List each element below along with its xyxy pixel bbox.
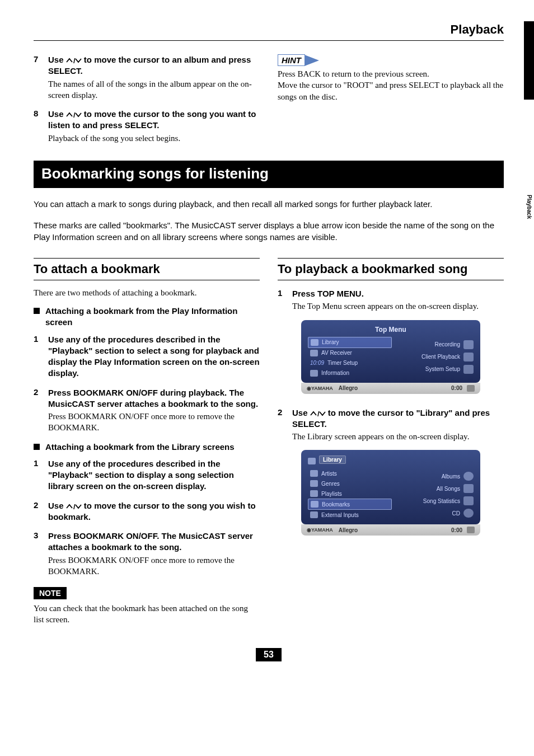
note-text: You can check that the bookmark has been…	[34, 603, 260, 626]
ui-status-bar: ◉YAMAHA Allegro 0:00	[301, 524, 480, 536]
playback-status-icon	[467, 527, 475, 533]
attach-lib-step-1: 1 Use any of the procedures described in…	[34, 458, 260, 492]
svg-text:/: /	[317, 410, 320, 417]
side-black-tab	[524, 21, 534, 100]
section-heading: Bookmarking songs for listening	[34, 161, 504, 188]
square-bullet-icon	[34, 308, 40, 314]
section-intro-1: You can attach a mark to songs during pl…	[34, 198, 504, 210]
ui-top-menu-screen: Top Menu Library AV Receiver 10:09Timer …	[301, 320, 480, 394]
ui-menu-song-statistics[interactable]: Song Statistics	[423, 496, 474, 505]
up-down-arrows-icon: /	[66, 55, 82, 64]
ui-menu-client-playback[interactable]: Client Playback	[421, 353, 474, 361]
songs-icon	[463, 484, 474, 493]
playback-step-1: 1 Press TOP MENU. The Top Menu screen ap…	[278, 288, 504, 312]
ui-menu-albums[interactable]: Albums	[442, 472, 474, 481]
ui-menu-playlists[interactable]: Playlists	[308, 489, 392, 499]
attach-lead: There are two methods of attaching a boo…	[34, 288, 260, 298]
hint-line-2: Move the cursor to "ROOT" and press SELE…	[278, 79, 504, 102]
step-7: 7 Use / to move the cursor to an album a…	[34, 54, 260, 101]
ui-menu-external-inputs[interactable]: External Inputs	[308, 510, 392, 520]
bookmark-icon	[311, 501, 318, 508]
ui-menu-all-songs[interactable]: All Songs	[437, 484, 474, 493]
subhead-attach: To attach a bookmark	[34, 258, 260, 280]
up-down-arrows-icon: /	[66, 501, 82, 510]
ui-menu-genres[interactable]: Genres	[308, 478, 392, 489]
hint-flag-icon	[305, 55, 319, 66]
page-breadcrumb: Playback	[34, 22, 504, 37]
ui-menu-timer-setup[interactable]: 10:09Timer Setup	[308, 358, 392, 368]
hint-line-1: Press BACK to return to the previous scr…	[278, 68, 504, 79]
ui-menu-recording[interactable]: Recording	[434, 340, 474, 349]
svg-text:/: /	[73, 503, 76, 510]
square-bullet-icon	[34, 444, 40, 450]
up-down-arrows-icon: /	[66, 109, 82, 119]
up-down-arrows-icon: /	[310, 408, 326, 417]
attach-lib-step-3: 3 Press BOOKMARK ON/OFF. The MusicCAST s…	[34, 530, 260, 577]
statistics-icon	[463, 496, 474, 505]
ui-status-bar: ◉YAMAHA Allegro 0:00	[301, 383, 480, 394]
album-icon	[463, 472, 474, 481]
section-intro-2: These marks are called "bookmarks". The …	[34, 219, 504, 244]
ui-menu-system-setup[interactable]: System Setup	[425, 365, 474, 374]
playback-status-icon	[467, 385, 475, 392]
page-number: 53	[256, 648, 282, 661]
side-section-label: Playback	[524, 190, 534, 224]
header-rule	[34, 40, 504, 41]
genre-icon	[310, 480, 318, 487]
attach-play-step-2: 2 Press BOOKMARK ON/OFF during playback.…	[34, 387, 260, 434]
recording-icon	[463, 340, 474, 349]
hint-badge: HINT	[278, 54, 319, 66]
ui-menu-information[interactable]: Information	[308, 368, 392, 378]
playback-step-2: 2 Use / to move the cursor to "Library" …	[278, 407, 504, 443]
info-icon	[310, 370, 318, 377]
receiver-icon	[310, 350, 318, 356]
attach-lib-step-2: 2 Use / to move the cursor to the song y…	[34, 500, 260, 523]
playlist-icon	[310, 490, 318, 497]
ui-library-screen: Library Artists Genres Playlists Bookmar…	[301, 450, 480, 536]
clock-icon: 10:09	[310, 360, 324, 367]
bullet-play-info: Attaching a bookmark from the Play Infor…	[34, 306, 260, 328]
svg-text:/: /	[73, 111, 76, 118]
ui-menu-av-receiver[interactable]: AV Receiver	[308, 348, 392, 358]
ui-menu-artists[interactable]: Artists	[308, 468, 392, 478]
ui-menu-bookmarks[interactable]: Bookmarks	[308, 499, 392, 510]
ui-menu-cd[interactable]: CD	[452, 509, 474, 518]
external-input-icon	[310, 511, 318, 518]
system-setup-icon	[463, 365, 474, 374]
bullet-library: Attaching a bookmark from the Library sc…	[34, 442, 260, 453]
artist-icon	[310, 470, 318, 477]
ui-menu-library[interactable]: Library	[308, 337, 392, 348]
attach-play-step-1: 1 Use any of the procedures described in…	[34, 334, 260, 379]
music-note-icon	[311, 339, 318, 346]
subhead-playback: To playback a bookmarked song	[278, 258, 504, 280]
svg-text:/: /	[73, 57, 76, 64]
cd-icon	[463, 509, 474, 518]
client-playback-icon	[463, 353, 474, 361]
step-8: 8 Use / to move the cursor to the song y…	[34, 109, 260, 144]
music-note-icon	[308, 458, 316, 464]
note-badge: NOTE	[34, 587, 67, 599]
